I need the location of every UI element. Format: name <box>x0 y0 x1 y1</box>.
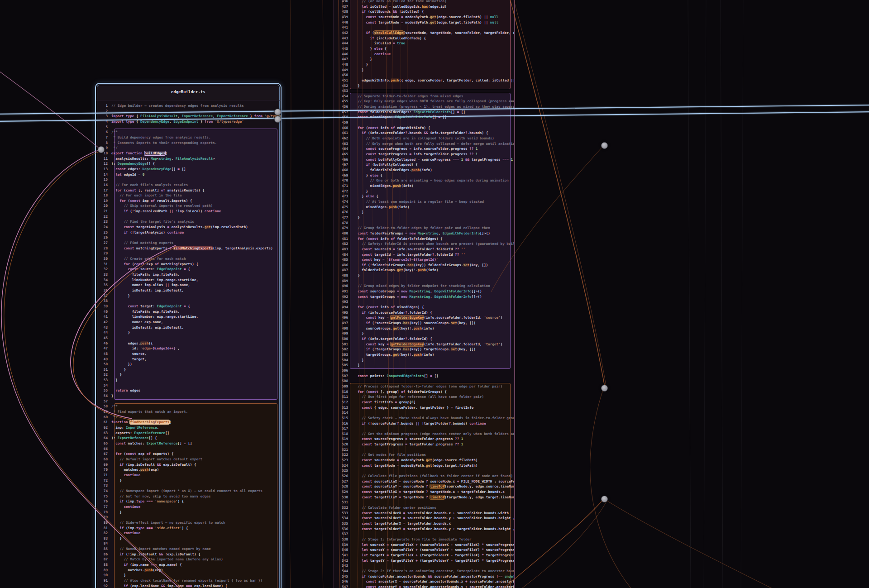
code-line[interactable]: 1// Edge builder — creates dependency ed… <box>96 103 281 109</box>
code-line[interactable]: 54 <box>96 383 281 388</box>
code-line[interactable]: 72 } <box>96 478 281 483</box>
code-line[interactable]: 539 let sourceX = sourceFileX + (sourceF… <box>334 542 514 548</box>
code-line[interactable]: 3import type { FileAnalysisResult, Impor… <box>96 114 281 119</box>
code-line[interactable]: 8 * Connects imports to their correspond… <box>96 140 281 146</box>
code-line[interactable]: 459 <box>334 120 514 125</box>
code-line[interactable]: 460 for (const info of edgesWithInfo) { <box>334 125 514 131</box>
code-line[interactable]: 454 // Separate folder-to-folder edges f… <box>334 94 514 99</box>
code-line[interactable]: 27 // Find matching exports <box>96 240 281 246</box>
code-line[interactable]: 490 // Group mixed edges by folder endpo… <box>334 283 514 289</box>
code-line[interactable]: 45 <box>96 335 281 341</box>
code-line[interactable]: 529 const targetFileX = targetNode ? tar… <box>334 489 514 495</box>
code-line[interactable]: 468 folderToFolderEdges.push(info) <box>334 167 514 173</box>
code-line[interactable]: 31 for (const exp of matchingExports) { <box>96 262 281 267</box>
code-line[interactable]: 37 } <box>96 293 281 299</box>
code-line[interactable]: 82 continue <box>96 531 281 536</box>
symbol-reference-highlight[interactable]: getFolderEdgeKey <box>391 316 424 320</box>
code-line[interactable]: 25 if (!targetAnalysis) continue <box>96 230 281 235</box>
code-line[interactable]: 465 const targetProgress = info.targetFo… <box>334 152 514 157</box>
code-line[interactable]: 534 const sourceFolderY = sourceFolder.b… <box>334 516 514 521</box>
code-line[interactable]: 503 targetGroups.get(key)!.push(info) <box>334 352 514 358</box>
code-line[interactable]: 33 filePath: imp.filePath, <box>96 272 281 277</box>
code-line[interactable]: 514 <box>334 410 514 416</box>
code-line[interactable]: 88 if (imp.name === exp.name) { <box>96 562 281 568</box>
code-line[interactable]: 78 } <box>96 510 281 515</box>
code-line[interactable]: 63 exports: ExportReference[] <box>96 430 281 436</box>
code-line[interactable]: 86 if (!imp.isDefault && !exp.isDefault)… <box>96 552 281 557</box>
code-line[interactable]: 444 isCulled = true <box>334 41 514 46</box>
code-line[interactable]: 524 const targetNode = nodesByPath.get(e… <box>334 463 514 468</box>
code-line[interactable]: 541 let targetX = targetFileX + (targetF… <box>334 553 514 558</box>
code-line[interactable]: 450 <box>334 72 514 78</box>
code-line[interactable]: 11 analysisResults: Map<string, FileAnal… <box>96 156 281 162</box>
code-line[interactable]: 489 <box>334 278 514 284</box>
code-line[interactable]: 62 imp: ImportReference, <box>96 425 281 430</box>
symbol-reference-highlight[interactable]: lineToY <box>430 484 444 488</box>
code-line[interactable]: 457 const folderToFolderEdges: EdgeWithF… <box>334 110 514 115</box>
code-line[interactable]: 536 const targetFolderY = targetFolder.b… <box>334 526 514 532</box>
edge-anchor-dot[interactable] <box>601 385 608 392</box>
code-line[interactable]: 10export function buildEdges( <box>96 151 281 156</box>
code-line[interactable]: 43 isDefault: exp.isDefault, <box>96 325 281 330</box>
code-line[interactable]: 486 if (!folderPairGroups.has(key)) fold… <box>334 263 514 268</box>
code-line[interactable]: 512 const firstInfo = group[0] <box>334 400 514 405</box>
code-line[interactable]: 61function findMatchingExports( <box>96 420 281 425</box>
code-line[interactable]: 7 * Build dependency edges from analysis… <box>96 135 281 140</box>
code-line[interactable]: 68 // Default import matches default exp… <box>96 457 281 462</box>
code-line[interactable]: 472 } <box>334 189 514 194</box>
code-line[interactable]: 469 } else { <box>334 173 514 178</box>
code-line[interactable]: 452 } <box>334 83 514 89</box>
symbol-reference-highlight[interactable]: findMatchingExports <box>173 246 213 250</box>
code-line[interactable]: 39 const target: EdgeEndpoint = { <box>96 304 281 309</box>
code-line[interactable]: 4import type { DependencyEdge, EdgeEndpo… <box>96 119 281 124</box>
code-line[interactable]: 531 <box>334 500 514 505</box>
code-line[interactable]: 81 if (imp.type === 'side-effect') { <box>96 526 281 531</box>
code-line[interactable]: 533 const sourceFolderX = sourceFolder.b… <box>334 511 514 516</box>
code-line[interactable]: 71 continue <box>96 473 281 478</box>
code-line[interactable]: 12): DependencyEdge[] { <box>96 161 281 167</box>
code-line[interactable]: 48 source, <box>96 351 281 357</box>
code-line[interactable]: 446 continue <box>334 52 514 57</box>
code-line[interactable]: 540 let sourceY = sourceFileY + (sourceF… <box>334 547 514 553</box>
code-line[interactable]: 38 <box>96 298 281 304</box>
code-line[interactable]: 57 <box>96 399 281 404</box>
code-line[interactable]: 471 mixedEdges.push(info) <box>334 183 514 189</box>
code-line[interactable]: 499 } <box>334 331 514 336</box>
code-line[interactable]: 495 if (info.sourceFolder?.folderId) { <box>334 310 514 316</box>
code-line[interactable]: 58/** <box>96 404 281 409</box>
code-line[interactable]: 473 } else { <box>334 194 514 199</box>
code-line[interactable]: 92 if (exp.localName && imp.name === exp… <box>96 583 281 588</box>
code-line[interactable]: 492 const targetGroups = new Map<string,… <box>334 294 514 300</box>
code-line[interactable]: 21 if (!imp.resolvedPath || !imp.isLocal… <box>96 209 281 214</box>
code-line[interactable]: 443 if (includeCulledForFade) { <box>334 36 514 41</box>
code-line[interactable]: 464 const sourceProgress = info.sourceFo… <box>334 146 514 152</box>
code-line[interactable]: 502 if (!targetGroups.has(key)) targetGr… <box>334 347 514 352</box>
symbol-reference-highlight[interactable]: getFolderEdgeKey <box>391 342 424 346</box>
code-line[interactable]: 520 const targetProgress = targetFolder.… <box>334 442 514 447</box>
code-line[interactable]: 23 // Find the target file's analysis <box>96 219 281 225</box>
code-line[interactable]: 438 if (cullBounds && !isCulled) { <box>334 9 514 14</box>
symbol-reference-highlight[interactable]: buildEdges <box>144 151 165 155</box>
code-line[interactable]: 67 for (const exp of exports) { <box>96 451 281 457</box>
code-line[interactable]: 46 edges.push({ <box>96 341 281 346</box>
code-line[interactable]: 65 const matches: ExportReference[] = [] <box>96 441 281 446</box>
code-line[interactable]: 449 } <box>334 67 514 73</box>
code-line[interactable]: 445 } else { <box>334 46 514 52</box>
edge-anchor-dot[interactable] <box>98 146 105 153</box>
code-line[interactable]: 491 const sourceGroups = new Map<string,… <box>334 289 514 294</box>
code-line[interactable]: 544 // Stage 2: If there's an animating … <box>334 569 514 574</box>
code-line[interactable]: 513 const { edge, sourceFolder, targetFo… <box>334 405 514 411</box>
code-line[interactable]: 89 matches.push(exp) <box>96 568 281 573</box>
code-line[interactable]: 42 name: exp.name, <box>96 320 281 325</box>
code-line[interactable]: 475 mixedEdges.push(info) <box>334 205 514 210</box>
code-line[interactable]: 9 */ <box>96 145 281 151</box>
code-line[interactable]: 479 // Group folder-to-folder edges by f… <box>334 225 514 231</box>
code-line[interactable]: 508 <box>334 378 514 384</box>
code-line[interactable]: 41 lineNumber: exp.range.startLine, <box>96 314 281 320</box>
code-line[interactable]: 79 <box>96 515 281 520</box>
code-line[interactable]: 22 <box>96 214 281 220</box>
code-line[interactable]: 447 } <box>334 57 514 62</box>
code-line[interactable]: 493 <box>334 299 514 305</box>
code-line[interactable]: 451 edgesWithInfo.push({ edge, sourceFol… <box>334 78 514 83</box>
code-line[interactable]: 538 // Stage 1: Interpolate from file to… <box>334 537 514 542</box>
